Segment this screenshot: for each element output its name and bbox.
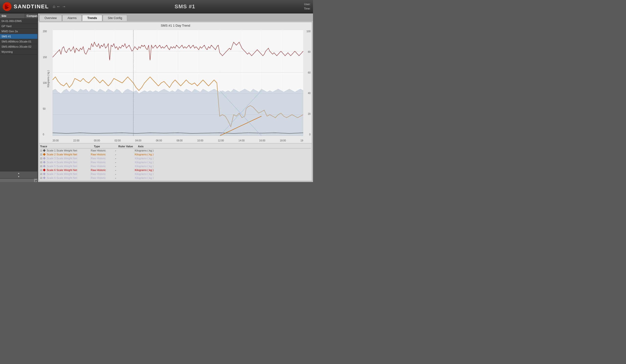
logo-area: SANDTINEL ⌂ ← →: [2, 2, 66, 11]
trace-name: Scale 3 Scale Weight Net: [47, 157, 91, 160]
trace-axis: Kilograms ( kg ): [135, 153, 311, 156]
trace-row: ☑Scale 3 Scale Weight NetRaw Historic-Ki…: [40, 156, 311, 160]
sidebar-item[interactable]: SMS-ABMicro-3Scale-01: [0, 39, 38, 44]
nav-icons: ⌂ ← →: [53, 4, 66, 9]
trace-color-diamond: [43, 161, 45, 164]
sidebar-col-site: Site: [0, 13, 25, 18]
trace-checkbox[interactable]: ☑: [40, 177, 42, 179]
trace-type: Raw Historic: [91, 157, 115, 160]
trace-row: ☑Scale 6 Scale Weight NetRaw Historic-Ki…: [40, 168, 311, 172]
trace-table: Trace Type Ruler Value Axis ☑Scale 1 Sca…: [39, 143, 312, 181]
page-title: SMS #1: [66, 3, 304, 10]
trace-color-diamond: [43, 153, 45, 156]
trace-axis: Kilograms ( kg ): [135, 168, 311, 171]
trace-ruler-value: -: [115, 165, 135, 167]
trace-color-diamond: [43, 149, 45, 152]
header: SANDTINEL ⌂ ← → SMS #1 User: Time:: [0, 0, 313, 13]
sidebar-scroll[interactable]: 04-01-069-03W6GP YardMWD Gen 2aSMS #1SMS…: [0, 19, 38, 171]
back-icon[interactable]: ←: [57, 4, 61, 9]
trace-checkbox[interactable]: ☑: [40, 161, 42, 164]
tab-bar: OverviewAlarmsTrendsSite Config: [38, 13, 313, 21]
trace-name: Scale 5 Scale Weight Net: [47, 165, 91, 167]
trace-name: Scale 1 Scale Weight Net: [47, 149, 91, 152]
tab-overview[interactable]: Overview: [39, 15, 62, 21]
trace-color-diamond: [43, 168, 45, 171]
trace-type: Raw Historic: [91, 161, 115, 164]
sidebar-item[interactable]: 04-01-069-03W6: [0, 19, 38, 24]
trace-axis: Kilograms ( kg ): [135, 161, 311, 164]
trace-name: Scale 8 Scale Weight Net: [47, 176, 91, 179]
trace-row: ☑Scale 7 Scale Weight NetRaw Historic-Ki…: [40, 172, 311, 176]
trace-checkbox[interactable]: ☑: [40, 153, 42, 156]
trace-row: ☑Scale 2 Scale Weight NetRaw Historic-Ki…: [40, 152, 311, 156]
sidebar-header: Site Compan: [0, 13, 38, 19]
content-area: OverviewAlarmsTrendsSite Config SMS #1 1…: [38, 13, 313, 182]
trace-type: Raw Historic: [91, 176, 115, 179]
trace-row: ☑Scale 8 Scale Weight NetRaw Historic-Ki…: [40, 176, 311, 180]
col-header-axis: Axis: [138, 145, 311, 148]
trace-color-diamond: [43, 176, 45, 179]
trace-checkbox[interactable]: ☑: [40, 149, 42, 152]
sidebar-item[interactable]: Wyoming: [0, 49, 38, 55]
col-header-trace: Trace: [40, 145, 94, 148]
sidebar: Site Compan 04-01-069-03W6GP YardMWD Gen…: [0, 13, 38, 182]
trace-ruler-value: -: [115, 161, 135, 164]
sidebar-item[interactable]: GP Yard: [0, 24, 38, 29]
sidebar-item[interactable]: SMS #1: [0, 34, 38, 39]
horizontal-scrollbar[interactable]: [0, 179, 34, 182]
col-header-type: Type: [94, 145, 118, 148]
trace-checkbox[interactable]: ☑: [40, 165, 42, 167]
y-axis-right: 100806040200: [306, 30, 311, 136]
trace-ruler-value: -: [115, 172, 135, 175]
sidebar-item[interactable]: SMS-ABMicro-3Scale-02: [0, 44, 38, 49]
home-icon[interactable]: ⌂: [53, 4, 55, 9]
trace-color-diamond: [43, 165, 45, 167]
trace-axis: Kilograms ( kg ): [135, 149, 311, 152]
chart-container: SMS #1 1 Day Trend Kilograms ( kg ) 2001…: [39, 22, 312, 181]
trace-checkbox[interactable]: ☑: [40, 157, 42, 160]
trace-axis: Kilograms ( kg ): [135, 176, 311, 179]
trace-axis: Kilograms ( kg ): [135, 165, 311, 167]
trace-name: Scale 6 Scale Weight Net: [47, 168, 91, 171]
trace-ruler-value: -: [115, 149, 135, 152]
trace-ruler-value: -: [115, 157, 135, 160]
trace-axis: Kilograms ( kg ): [135, 157, 311, 160]
trace-row: ☑Scale 1 Scale Weight NetRaw Historic-Ki…: [40, 149, 311, 152]
tab-trends[interactable]: Trends: [82, 15, 102, 21]
user-label: User:: [304, 2, 311, 7]
trace-type: Raw Historic: [91, 168, 115, 171]
trace-name: Scale 4 Scale Weight Net: [47, 161, 91, 164]
trace-checkbox[interactable]: ☑: [40, 173, 42, 175]
forward-icon[interactable]: →: [62, 4, 66, 9]
scroll-down-button[interactable]: ▼: [0, 175, 38, 178]
trace-color-diamond: [43, 157, 45, 160]
tab-site-config[interactable]: Site Config: [103, 15, 127, 21]
logo-icon: [2, 2, 12, 11]
trace-name: Scale 7 Scale Weight Net: [47, 172, 91, 175]
sidebar-bottom: ◢: [0, 178, 38, 182]
trace-table-header: Trace Type Ruler Value Axis: [40, 144, 311, 149]
scroll-up-button[interactable]: ▲: [0, 171, 38, 175]
trace-ruler-value: -: [115, 153, 135, 156]
trace-axis: Kilograms ( kg ): [135, 172, 311, 175]
trace-type: Raw Historic: [91, 153, 115, 156]
chart-svg: [53, 30, 303, 136]
main-layout: Site Compan 04-01-069-03W6GP YardMWD Gen…: [0, 13, 313, 182]
x-axis-labels: 20:00 22:00 00:00 02:00 04:00 06:00 08:0…: [53, 139, 303, 142]
trace-name: Scale 2 Scale Weight Net: [47, 153, 91, 156]
col-header-ruler: Ruler Value: [118, 145, 138, 148]
chart-title: SMS #1 1 Day Trend: [39, 22, 312, 29]
trace-row: ☑Scale 4 Scale Weight NetRaw Historic-Ki…: [40, 160, 311, 164]
trace-type: Raw Historic: [91, 165, 115, 167]
trace-type: Raw Historic: [91, 149, 115, 152]
sidebar-item[interactable]: MWD Gen 2a: [0, 29, 38, 34]
user-info: User: Time:: [304, 2, 311, 11]
trace-type: Raw Historic: [91, 172, 115, 175]
trace-row: ☑Scale 5 Scale Weight NetRaw Historic-Ki…: [40, 164, 311, 168]
trace-checkbox[interactable]: ☑: [40, 169, 42, 171]
resize-grip[interactable]: ◢: [34, 179, 38, 182]
time-label: Time:: [304, 7, 311, 11]
tab-alarms[interactable]: Alarms: [62, 15, 82, 21]
y-axis-label: Kilograms ( kg ): [47, 70, 50, 87]
y-axis-left: 200150100500: [43, 30, 47, 136]
